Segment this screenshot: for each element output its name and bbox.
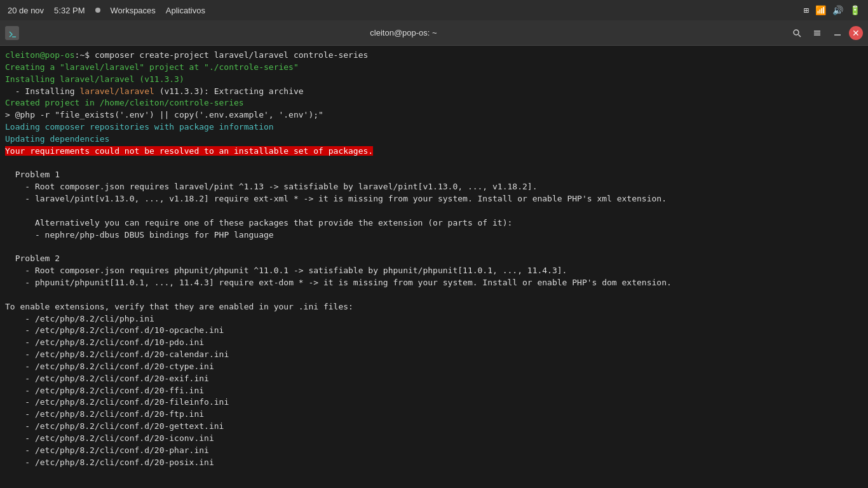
ini-file-item: - /etc/php/8.2/cli/conf.d/20-gettext.ini [5,421,863,433]
titlebar-title: cleiton@pop-os: ~ [19,28,788,37]
ini-file-item: - /etc/php/8.2/cli/php.ini [5,313,863,325]
svg-rect-0 [8,29,16,37]
titlebar-controls: ✕ [788,24,863,42]
output-installing: Installing laravel/laravel (v11.3.3) [5,74,863,86]
problem2-line1: - Root composer.json requires phpunit/ph… [5,265,863,277]
topbar-system-tray: ⊞ 📶 🔊 🔋 [804,5,860,15]
command-line: cleiton@pop-os:~$ composer create-projec… [5,50,863,62]
output-error: Your requirements could not be resolved … [5,146,863,158]
output-loading: Loading composer repositories with packa… [5,121,863,133]
ini-file-item: - /etc/php/8.2/cli/conf.d/20-phar.ini [5,445,863,457]
ini-file-item: - /etc/php/8.2/cli/conf.d/20-ffi.ini [5,385,863,397]
menu-button[interactable] [808,24,826,42]
output-php-cmd: > @php -r "file_exists('.env') || copy('… [5,109,863,121]
ini-file-item: - /etc/php/8.2/cli/conf.d/20-ftp.ini [5,409,863,421]
output-updating: Updating dependencies [5,133,863,146]
battery-icon: 🔋 [850,5,860,15]
topbar-date: 20 de nov [8,6,44,15]
wifi-icon: 📶 [815,5,826,15]
problem1-nephre: - nephre/php-dbus DBUS bindings for PHP … [5,229,863,241]
problem1-line2: - laravel/pint[v1.13.0, ..., v1.18.2] re… [5,193,863,205]
ini-file-item: - /etc/php/8.2/cli/conf.d/20-iconv.ini [5,433,863,445]
problem1-alternatively: Alternatively you can require one of the… [5,217,863,229]
terminal-window: cleiton@pop-os: ~ [0,20,868,488]
enable-line: To enable extensions, verify that they a… [5,301,863,313]
grid-icon: ⊞ [804,5,809,15]
search-button[interactable] [788,24,806,42]
ini-file-item: - /etc/php/8.2/cli/conf.d/20-ctype.ini [5,361,863,373]
ini-file-item: - /etc/php/8.2/cli/conf.d/20-calendar.in… [5,349,863,361]
ini-file-item: - /etc/php/8.2/cli/conf.d/10-opcache.ini [5,325,863,337]
svg-point-2 [794,30,799,35]
ini-file-item: - /etc/php/8.2/cli/conf.d/20-exif.ini [5,373,863,385]
topbar-aplicativos[interactable]: Aplicativos [166,6,205,15]
output-created: Created project in /home/cleiton/control… [5,97,863,109]
topbar-time: 5:32 PM [54,6,85,15]
problem2-line2: - phpunit/phpunit[11.0.1, ..., 11.4.3] r… [5,277,863,289]
topbar-activity-dot [95,8,100,13]
problem1-header: Problem 1 [5,169,863,181]
blank-2 [5,205,863,217]
topbar-workspaces[interactable]: Workspaces [111,6,156,15]
volume-icon: 🔊 [832,5,843,15]
ini-file-item: - /etc/php/8.2/cli/conf.d/20-fileinfo.in… [5,396,863,409]
terminal-titlebar: cleiton@pop-os: ~ [0,20,868,46]
svg-line-3 [799,34,801,37]
terminal-output[interactable]: cleiton@pop-os:~$ composer create-projec… [0,46,868,488]
ini-file-item: - /etc/php/8.2/cli/conf.d/20-posix.ini [5,457,863,469]
blank-3 [5,241,863,254]
problem2-header: Problem 2 [5,253,863,265]
output-installing-detail: - Installing laravel/laravel (v11.3.3): … [5,86,863,98]
titlebar-left [5,26,19,40]
problem1-line1: - Root composer.json requires laravel/pi… [5,181,863,193]
ini-file-item: - /etc/php/8.2/cli/conf.d/10-pdo.ini [5,337,863,349]
ini-files-list: - /etc/php/8.2/cli/php.ini - /etc/php/8.… [5,313,863,469]
close-button[interactable]: ✕ [849,26,863,40]
output-creating: Creating a "laravel/laravel" project at … [5,62,863,74]
blank-4 [5,289,863,301]
topbar: 20 de nov 5:32 PM Workspaces Aplicativos… [0,0,868,20]
terminal-app-icon [5,26,19,40]
blank-1 [5,158,863,170]
minimize-button[interactable] [829,24,846,42]
